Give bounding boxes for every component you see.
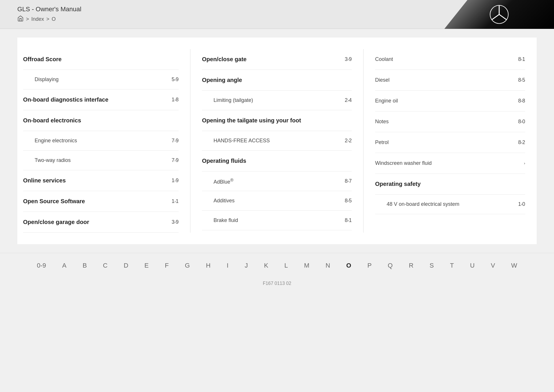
index-column-1: Offroad Score Displaying 5›9 On-board di… xyxy=(17,49,190,233)
list-item[interactable]: HANDS-FREE ACCESS 2›2 xyxy=(202,131,352,151)
footer-nav: 0-9 A B C D E F G H I J K L M N O P Q R … xyxy=(0,253,554,278)
list-item[interactable]: Coolant 8›1 xyxy=(375,49,525,70)
list-item[interactable]: Limiting (tailgate) 2›4 xyxy=(202,91,352,110)
footer-letter-w[interactable]: W xyxy=(503,259,525,272)
footer-letter-a[interactable]: A xyxy=(54,259,74,272)
home-icon[interactable] xyxy=(17,15,24,23)
footer-letter-q[interactable]: Q xyxy=(380,259,401,272)
footer-letter-m[interactable]: M xyxy=(296,259,317,272)
footer-letter-l[interactable]: L xyxy=(276,259,296,272)
footer-letter-o[interactable]: O xyxy=(338,259,359,272)
footer-letter-e[interactable]: E xyxy=(136,259,157,272)
entry-page: 8›2 xyxy=(518,139,525,145)
list-item[interactable]: Displaying 5›9 xyxy=(23,70,179,89)
list-item[interactable]: Open/close garage door 3›9 xyxy=(23,212,179,233)
breadcrumb-index[interactable]: Index xyxy=(31,16,44,22)
entry-label: On-board diagnostics interface xyxy=(23,96,108,103)
list-item[interactable]: On-board diagnostics interface 1›8 xyxy=(23,89,179,110)
list-item[interactable]: Notes 8›0 xyxy=(375,111,525,132)
footer-letter-c[interactable]: C xyxy=(95,259,116,272)
breadcrumb-sep2: > xyxy=(46,16,50,22)
entry-page: 8›8 xyxy=(518,98,525,104)
footer-letter-09[interactable]: 0-9 xyxy=(29,259,54,272)
list-item[interactable]: Operating safety xyxy=(375,174,525,195)
footer-letter-d[interactable]: D xyxy=(116,259,136,272)
footer-letter-h[interactable]: H xyxy=(198,259,219,272)
entry-label: Operating safety xyxy=(375,181,421,187)
entry-label: Online services xyxy=(23,177,66,184)
entry-page: 2›2 xyxy=(345,138,352,144)
entry-page: 8›1 xyxy=(518,56,525,62)
footer-letter-r[interactable]: R xyxy=(401,259,422,272)
list-item[interactable]: Offroad Score xyxy=(23,49,179,70)
list-item[interactable]: 48 V on-board electrical system 1›0 xyxy=(375,195,525,214)
footer-letter-n[interactable]: N xyxy=(317,259,338,272)
entry-label: Additives xyxy=(214,198,235,204)
footer-letter-f[interactable]: F xyxy=(157,259,177,272)
header-title-area: GLS - Owner's Manual > Index > O xyxy=(17,5,81,23)
entry-label: HANDS-FREE ACCESS xyxy=(214,138,270,144)
entry-label: Two-way radios xyxy=(35,157,71,163)
footer-letter-j[interactable]: J xyxy=(237,259,256,272)
entry-page: 8›7 xyxy=(345,178,352,184)
entry-page: 1›0 xyxy=(518,201,525,207)
index-grid: Offroad Score Displaying 5›9 On-board di… xyxy=(17,49,537,233)
footer-letter-k[interactable]: K xyxy=(256,259,276,272)
entry-label: Opening angle xyxy=(202,77,242,83)
list-item[interactable]: Operating fluids xyxy=(202,151,352,171)
index-column-2: Open/close gate 3›9 Opening angle Limiti… xyxy=(190,49,364,233)
entry-label: Open/close garage door xyxy=(23,219,89,225)
entry-page: 8›0 xyxy=(518,119,525,125)
footer-letter-t[interactable]: T xyxy=(442,259,462,272)
entry-page: 7›9 xyxy=(172,157,179,163)
entry-page: › xyxy=(524,161,525,165)
entry-page: 7›9 xyxy=(172,138,179,144)
footer-letter-b[interactable]: B xyxy=(74,259,95,272)
list-item[interactable]: AdBlue® 8›7 xyxy=(202,171,352,191)
entry-page: 1›9 xyxy=(172,178,179,184)
entry-label: Offroad Score xyxy=(23,56,61,63)
entry-label: Notes xyxy=(375,119,389,125)
entry-label: Displaying xyxy=(35,76,59,83)
main-content: Offroad Score Displaying 5›9 On-board di… xyxy=(17,38,537,244)
mercedes-logo xyxy=(489,4,509,25)
entry-label: Coolant xyxy=(375,56,393,62)
entry-page: 8›5 xyxy=(518,77,525,83)
list-item[interactable]: Brake fluid 8›1 xyxy=(202,211,352,230)
list-item[interactable]: Windscreen washer fluid › xyxy=(375,153,525,174)
entry-page: 1›8 xyxy=(172,97,179,103)
entry-label: AdBlue® xyxy=(214,178,233,185)
list-item[interactable]: Engine electronics 7›9 xyxy=(23,131,179,151)
entry-page: 1›1 xyxy=(172,198,179,204)
footer-letter-v[interactable]: V xyxy=(483,259,503,272)
list-item[interactable]: Petrol 8›2 xyxy=(375,132,525,153)
entry-label: On-board electronics xyxy=(23,117,81,124)
entry-page: 5›9 xyxy=(172,76,179,83)
list-item[interactable]: Open/close gate 3›9 xyxy=(202,49,352,70)
entry-label: 48 V on-board electrical system xyxy=(387,201,459,207)
footer-letter-s[interactable]: S xyxy=(422,259,442,272)
entry-page: 3›9 xyxy=(172,219,179,225)
list-item[interactable]: Additives 8›5 xyxy=(202,191,352,211)
list-item[interactable]: Diesel 8›5 xyxy=(375,70,525,91)
list-item[interactable]: Engine oil 8›8 xyxy=(375,91,525,111)
entry-label: Open/close gate xyxy=(202,56,247,63)
entry-page: 8›5 xyxy=(345,198,352,204)
list-item[interactable]: On-board electronics xyxy=(23,110,179,131)
list-item[interactable]: Online services 1›9 xyxy=(23,170,179,191)
entry-label: Limiting (tailgate) xyxy=(214,97,253,103)
list-item[interactable]: Opening angle xyxy=(202,70,352,91)
list-item[interactable]: Open Source Software 1›1 xyxy=(23,191,179,212)
entry-page: 8›1 xyxy=(345,217,352,223)
footer-letter-u[interactable]: U xyxy=(462,259,483,272)
entry-label: Engine oil xyxy=(375,98,398,104)
entry-label: Opening the tailgate using your foot xyxy=(202,117,301,124)
list-item[interactable]: Two-way radios 7›9 xyxy=(23,151,179,170)
footer-letter-p[interactable]: P xyxy=(359,259,380,272)
header-logo-area xyxy=(444,0,554,29)
footer-letter-g[interactable]: G xyxy=(177,259,198,272)
footer-letter-i[interactable]: I xyxy=(219,259,237,272)
entry-page: 2›4 xyxy=(345,97,352,103)
list-item[interactable]: Opening the tailgate using your foot xyxy=(202,110,352,131)
breadcrumb: > Index > O xyxy=(17,15,81,23)
